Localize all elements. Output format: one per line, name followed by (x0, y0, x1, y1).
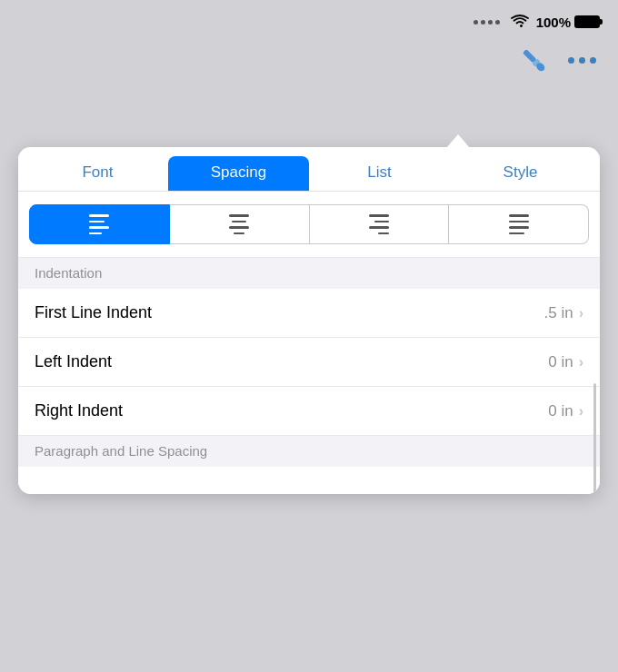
align-right-button[interactable] (310, 204, 450, 244)
tab-font[interactable]: Font (27, 156, 168, 191)
paragraph-spacing-label: Paragraph and Line Spacing (35, 443, 207, 459)
alignment-row (18, 192, 600, 258)
svg-rect-0 (523, 49, 537, 64)
toolbar (0, 40, 618, 84)
scrollbar-thumb (593, 383, 596, 494)
scrollbar[interactable] (593, 383, 597, 476)
battery-icon (574, 15, 600, 28)
tab-style[interactable]: Style (450, 156, 591, 191)
align-left-button[interactable] (29, 204, 170, 244)
left-indent-row[interactable]: Left Indent 0 in › (18, 338, 600, 387)
right-indent-value: 0 in (548, 402, 573, 420)
indentation-section-header: Indentation (18, 258, 600, 289)
paintbrush-icon[interactable] (517, 44, 550, 76)
chevron-right-icon: › (579, 305, 583, 321)
signal-icon (473, 20, 500, 25)
right-indent-row[interactable]: Right Indent 0 in › (18, 387, 600, 436)
status-bar: 100% (0, 0, 618, 40)
more-options-button[interactable] (568, 57, 596, 64)
wifi-icon (511, 15, 529, 29)
right-indent-value-area: 0 in › (548, 402, 583, 420)
align-justify-button[interactable] (449, 204, 589, 244)
tab-spacing[interactable]: Spacing (168, 156, 309, 191)
battery-percent: 100% (536, 15, 571, 30)
right-indent-label: Right Indent (35, 401, 123, 420)
tab-bar: Font Spacing List Style (18, 147, 600, 192)
left-indent-value: 0 in (548, 353, 573, 371)
first-line-indent-value-area: .5 in › (544, 304, 583, 322)
battery-area: 100% (536, 15, 600, 30)
chevron-right-icon: › (579, 354, 583, 371)
first-line-indent-value: .5 in (544, 304, 573, 322)
popover-arrow (445, 134, 471, 149)
first-line-indent-row[interactable]: First Line Indent .5 in › (18, 289, 600, 338)
bottom-fade (18, 467, 600, 494)
paragraph-spacing-section-header: Paragraph and Line Spacing (18, 436, 600, 467)
tab-list[interactable]: List (309, 156, 450, 191)
first-line-indent-label: First Line Indent (35, 303, 152, 322)
align-center-button[interactable] (170, 204, 310, 244)
left-indent-label: Left Indent (35, 352, 112, 371)
left-indent-value-area: 0 in › (548, 353, 583, 371)
indentation-label: Indentation (35, 265, 102, 281)
formatting-panel: Font Spacing List Style (18, 147, 600, 494)
chevron-right-icon: › (579, 403, 583, 420)
